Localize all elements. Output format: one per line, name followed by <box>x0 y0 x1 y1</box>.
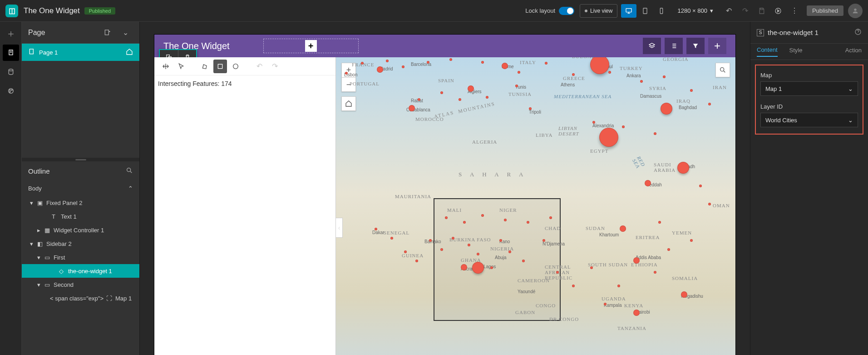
page-panel-header: Page ⌄ <box>22 22 139 44</box>
widget-header: The One Widget + + <box>154 35 735 57</box>
home-extent-icon[interactable] <box>341 96 356 111</box>
polygon-tool-icon[interactable] <box>198 60 212 73</box>
svg-point-5 <box>854 8 856 10</box>
map-select[interactable]: Map 1⌄ <box>760 81 858 96</box>
tree-row-second[interactable]: ▾▭Second <box>22 278 139 291</box>
pages-icon[interactable] <box>3 45 19 61</box>
svg-point-9 <box>10 90 10 90</box>
layers-icon[interactable] <box>643 38 661 54</box>
redo-icon[interactable]: ↷ <box>738 4 753 18</box>
panel-divider[interactable] <box>22 158 139 161</box>
map-search-button[interactable] <box>715 63 730 77</box>
intersecting-features-label: Intersecting Features: 174 <box>154 75 335 92</box>
redo-draw-icon[interactable]: ↷ <box>268 60 281 73</box>
svg-rect-12 <box>105 30 108 35</box>
left-panel: Page ⌄ Page 1 Outline Body <box>22 22 140 355</box>
data-icon[interactable] <box>3 64 19 80</box>
tree-row-map1[interactable]: < span class="exp">⛶Map 1 <box>22 291 139 305</box>
map-config-label: Map <box>760 72 858 79</box>
layer-select[interactable]: World Cities⌄ <box>760 113 858 127</box>
map-nav-controls: + − <box>341 63 356 111</box>
svg-point-10 <box>11 90 12 90</box>
svg-rect-0 <box>626 8 631 12</box>
move-tool-icon[interactable] <box>159 60 173 73</box>
device-preview-group <box>621 4 669 18</box>
map-canvas[interactable]: + − ‹ FRANCE SPAIN PORTUGAL ITALY GREECE <box>336 57 735 355</box>
theme-icon[interactable] <box>3 83 19 99</box>
add-icon[interactable]: + <box>708 38 726 54</box>
app-title: The One Widget <box>24 6 80 15</box>
outline-header: Outline <box>22 161 139 180</box>
add-widget-plus-icon[interactable]: + <box>305 40 317 52</box>
lock-layout-toggle[interactable] <box>559 7 574 15</box>
topbar: ◫ The One Widget Published Lock layout L… <box>0 0 868 22</box>
tree-row-text1[interactable]: TText 1 <box>22 210 139 223</box>
header-placeholder-slot[interactable]: + <box>263 39 359 53</box>
canvas-size-select[interactable]: 1280 × 800 ▾ <box>673 7 717 14</box>
tree-row-first[interactable]: ▾▭First <box>22 250 139 264</box>
list-icon[interactable] <box>665 38 683 54</box>
add-page-icon[interactable] <box>99 26 115 40</box>
svg-rect-3 <box>760 8 763 10</box>
left-rail: ＋ <box>0 22 22 355</box>
right-panel: S the-one-widget 1 Content Style Action … <box>750 22 868 355</box>
lock-layout-label: Lock layout <box>525 7 555 14</box>
app-logo-icon[interactable]: ◫ <box>5 5 18 17</box>
tool-panel: ↶ ↷ Intersecting Features: 174 <box>154 57 336 355</box>
svg-rect-2 <box>661 8 663 14</box>
outline-body-header[interactable]: Body ⌃ <box>22 180 139 196</box>
filter-icon[interactable] <box>686 38 705 54</box>
undo-draw-icon[interactable]: ↶ <box>252 60 266 73</box>
mobile-device-icon[interactable] <box>654 4 669 18</box>
svg-point-19 <box>720 68 724 71</box>
lock-layout-control[interactable]: Lock layout <box>525 7 574 15</box>
content-config-block: Map Map 1⌄ Layer ID World Cities⌄ <box>755 65 863 135</box>
collapse-panel-icon[interactable]: ‹ <box>336 218 343 238</box>
app-root: ◫ The One Widget Published Lock layout L… <box>0 0 868 355</box>
desktop-device-icon[interactable] <box>621 4 636 18</box>
rectangle-tool-icon[interactable] <box>213 60 227 73</box>
svg-point-14 <box>127 168 131 171</box>
main-body: ＋ Page ⌄ Page 1 Outlin <box>0 22 868 355</box>
publish-button[interactable]: Published <box>807 5 843 16</box>
tab-action[interactable]: Action <box>845 47 862 56</box>
chevron-down-icon: ⌄ <box>848 117 853 124</box>
help-icon[interactable] <box>854 28 862 37</box>
tablet-device-icon[interactable] <box>637 4 653 18</box>
rp-tabs: Content Style Action <box>750 44 868 60</box>
tree-row-widget-controller[interactable]: ▸▦Widget Controller 1 <box>22 223 139 237</box>
undo-icon[interactable]: ↶ <box>721 4 737 18</box>
canvas-area[interactable]: The One Widget + + <box>140 22 750 355</box>
page-options-chevron-icon[interactable]: ⌄ <box>118 26 133 40</box>
tree-row-fixed-panel[interactable]: ▾▣Fixed Panel 2 <box>22 196 139 210</box>
more-menu-icon[interactable]: ⋮ <box>787 4 802 18</box>
tab-content[interactable]: Content <box>757 46 778 57</box>
save-icon[interactable] <box>754 4 769 18</box>
svg-point-7 <box>9 69 13 71</box>
live-view-button[interactable]: Live view <box>580 4 617 18</box>
circle-tool-icon[interactable] <box>229 60 242 73</box>
svg-point-8 <box>8 89 13 94</box>
svg-rect-13 <box>30 49 33 54</box>
tab-style[interactable]: Style <box>789 47 803 56</box>
layer-config-label: Layer ID <box>760 103 858 110</box>
user-avatar-icon[interactable] <box>848 4 863 18</box>
svg-rect-17 <box>218 64 222 68</box>
home-icon <box>126 48 133 57</box>
widget-type-icon: S <box>757 29 764 36</box>
page-item[interactable]: Page 1 <box>22 44 139 61</box>
chevron-up-icon: ⌃ <box>128 185 133 192</box>
chevron-down-icon: ▾ <box>710 7 713 14</box>
rp-header: S the-one-widget 1 <box>750 22 868 44</box>
tree-row-sidebar2[interactable]: ▾◧Sidebar 2 <box>22 237 139 250</box>
chevron-down-icon: ⌄ <box>848 85 853 92</box>
preview-play-icon[interactable] <box>770 4 786 18</box>
insert-icon[interactable]: ＋ <box>3 25 19 42</box>
page-icon <box>28 48 35 57</box>
pointer-tool-icon[interactable] <box>174 60 188 73</box>
search-outline-icon[interactable] <box>126 167 133 175</box>
status-badge: Published <box>84 7 115 15</box>
outline-tree: ▾▣Fixed Panel 2 TText 1 ▸▦Widget Control… <box>22 196 139 355</box>
svg-point-18 <box>233 64 238 69</box>
tree-row-the-one-widget[interactable]: ◇the-one-widget 1 <box>22 264 139 278</box>
